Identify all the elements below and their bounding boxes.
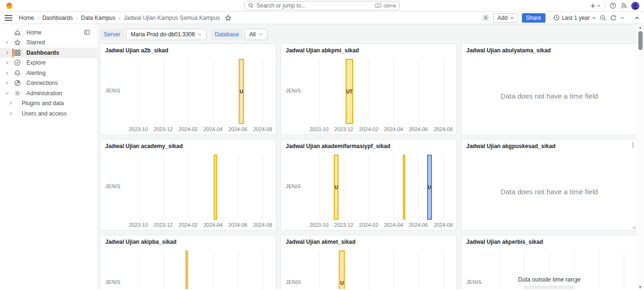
chevron-right-icon[interactable] [0, 41, 14, 44]
help-button[interactable] [610, 2, 616, 9]
gridline [624, 250, 624, 289]
chevron-right-icon[interactable] [0, 101, 22, 105]
search-input[interactable]: Search or jump to... ctrl+k [244, 1, 400, 10]
exam-schedule-bar[interactable] [186, 250, 188, 289]
plus-icon [590, 3, 596, 9]
panel-menu-kebab-icon[interactable] [632, 142, 634, 148]
sidebar-item-users-and-access[interactable]: Users and access [0, 108, 97, 119]
page-scrollbar[interactable]: ▲ ▼ [636, 25, 644, 290]
sidebar-item-administration[interactable]: Administration [0, 88, 97, 99]
star-icon [14, 39, 26, 46]
bar-value-label: U [428, 185, 431, 190]
panel-grid: Jadwal Ujian a2b_sikadJENISU2023-102023-… [100, 43, 644, 289]
variable-value-dropdown[interactable]: Maria Prod do-db01:3306 [126, 29, 206, 40]
zoom-out-time-button[interactable] [600, 15, 606, 21]
panel-title[interactable]: Jadwal Ujian akperbis_sikad [462, 235, 637, 249]
sidebar-item-starred[interactable]: Starred [0, 38, 97, 48]
sidebar-item-connections[interactable]: Connections [0, 78, 97, 89]
news-button[interactable] [620, 2, 627, 9]
chevron-down-icon [510, 16, 514, 20]
zoom-out-icon [600, 15, 606, 21]
user-avatar[interactable] [631, 2, 639, 10]
sidebar-item-home[interactable]: Home [0, 27, 97, 38]
gridline [500, 250, 500, 289]
exam-schedule-bar[interactable]: U [239, 59, 244, 124]
scroll-up-arrow[interactable]: ▲ [638, 25, 643, 30]
time-series-plot[interactable]: JENISU [104, 57, 272, 124]
search-placeholder: Search or jump to... [256, 2, 306, 9]
panel-jadwal-ujian-akademifarmasiypf-sikad: Jadwal Ujian akademifarmasiypf_sikadJENI… [281, 139, 457, 231]
share-button[interactable]: Share [522, 13, 545, 23]
time-series-plot[interactable]: JENIS [465, 249, 633, 289]
gridline [238, 59, 238, 124]
sidebar-item-alerting[interactable]: Alerting [0, 68, 97, 78]
panel-title[interactable]: Jadwal Ujian a2b_sikad [100, 44, 276, 57]
time-range-picker[interactable]: Last 1 year [553, 15, 596, 21]
variable-label[interactable]: Database [211, 29, 242, 40]
add-button[interactable]: Add [493, 13, 518, 23]
exam-schedule-bar[interactable]: U [427, 155, 432, 220]
chevron-right-icon[interactable] [0, 51, 14, 55]
mega-menu-toggle[interactable] [5, 15, 12, 21]
gridline [418, 250, 419, 289]
panel-title[interactable]: Jadwal Ujian academy_sikad [100, 140, 276, 153]
breadcrumb-item[interactable]: Data Kampus [81, 15, 116, 21]
grafana-logo-icon[interactable] [5, 2, 13, 10]
chevron-right-icon[interactable] [0, 61, 14, 65]
panel-title[interactable]: Jadwal Ujian akmet_sikad [281, 235, 456, 249]
variable-value-dropdown[interactable]: All [245, 29, 267, 40]
panel-jadwal-ujian-abulyatama-sikad: Jadwal Ujian abulyatama_sikadData does n… [461, 43, 637, 135]
dock-sidebar-icon[interactable] [84, 29, 90, 35]
refresh-interval-dropdown[interactable] [620, 16, 624, 20]
panel-title[interactable]: Jadwal Ujian abulyatama_sikad [462, 44, 637, 57]
chevron-right-icon[interactable] [0, 81, 14, 85]
variable-value-text: All [249, 31, 256, 38]
exam-schedule-bar[interactable]: U [339, 250, 345, 289]
exam-schedule-bar[interactable]: UT [346, 59, 353, 124]
refresh-button[interactable] [610, 15, 617, 21]
breadcrumb-item[interactable]: Home [19, 15, 34, 21]
chevron-right-icon[interactable] [0, 71, 14, 75]
exam-schedule-bar[interactable] [403, 155, 405, 220]
panel-title[interactable]: Jadwal Ujian abkpmi_sikad [281, 44, 456, 57]
keyboard-shortcut: ctrl+k [375, 3, 396, 8]
gridline [163, 59, 164, 124]
divider [549, 15, 550, 21]
x-axis-tick: 2024-04 [204, 222, 223, 228]
gridline [549, 250, 550, 289]
dashboard-settings-button[interactable] [482, 14, 489, 21]
sidebar-item-plugins-and-data[interactable]: Plugins and data [0, 99, 97, 109]
new-menu-button[interactable] [590, 3, 601, 9]
chevron-down-icon [259, 33, 263, 36]
x-axis: 2023-102023-122024-022024-042024-062024-… [104, 220, 272, 230]
exam-schedule-bar[interactable] [214, 155, 217, 220]
scrollbar-thumb[interactable] [638, 31, 643, 50]
sidebar-item-label: Administration [26, 90, 97, 97]
panel-title[interactable]: Jadwal Ujian akademifarmasiypf_sikad [281, 140, 456, 153]
favorite-star-button[interactable] [225, 15, 231, 21]
panel-title[interactable]: Jadwal Ujian akgpuskesad_sikad [462, 140, 637, 153]
chevron-down-icon[interactable] [0, 91, 14, 95]
collapse-toolbar-button[interactable] [635, 16, 639, 20]
panel-resize-handle[interactable] [632, 225, 636, 229]
exam-schedule-bar[interactable]: U [334, 155, 339, 220]
time-series-plot[interactable]: JENISU [285, 249, 453, 289]
gridline [369, 250, 369, 289]
sidebar-item-explore[interactable]: Explore [0, 58, 97, 68]
sidebar-item-dashboards[interactable]: Dashboards [0, 48, 97, 58]
gridline [213, 59, 214, 124]
panel-title[interactable]: Jadwal Ujian akipba_sikad [100, 235, 276, 249]
time-series-plot[interactable]: JENISUU [285, 153, 453, 220]
scroll-down-arrow[interactable]: ▼ [638, 284, 643, 290]
gridline [263, 59, 263, 124]
cog-icon [14, 90, 26, 97]
variable-label[interactable]: Server [100, 29, 124, 40]
breadcrumb-item[interactable]: Dashboards [42, 15, 73, 21]
gridline [263, 250, 263, 289]
x-axis-tick: 2024-04 [384, 222, 403, 228]
panel-plot-area: JENISUT2023-102023-122024-022024-042024-… [285, 57, 453, 134]
time-series-plot[interactable]: JENIS [104, 249, 272, 289]
time-series-plot[interactable]: JENISUT [285, 57, 453, 124]
chevron-right-icon[interactable] [0, 112, 22, 116]
time-series-plot[interactable]: JENIS [104, 153, 272, 220]
